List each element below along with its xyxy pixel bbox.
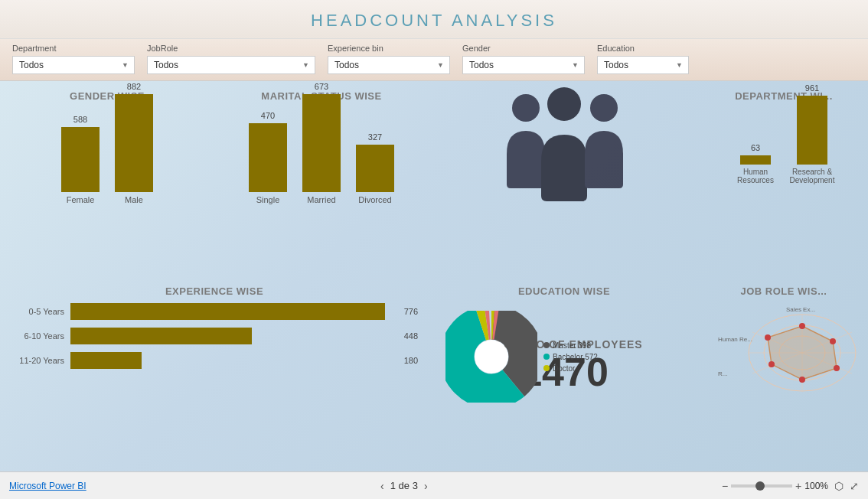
exp-0-5-value: 776 (404, 307, 418, 316)
exp-6-10-value: 448 (404, 331, 418, 341)
dept-rd-label: Research & Development (789, 168, 835, 184)
department-filter-group: Department Todos (12, 44, 135, 74)
svg-point-19 (799, 377, 805, 383)
department-select[interactable]: Todos (12, 56, 135, 74)
exp-bar-6-10: 6-10 Years 448 (11, 328, 418, 344)
exp-0-5-label: 0-5 Years (11, 307, 64, 316)
exp-6-10-track (70, 328, 395, 344)
jobrole-chart-panel: JOB ROLE WIS... (700, 276, 868, 471)
experience-select-wrapper: Todos (328, 56, 450, 74)
dept-bar-rd: 961 Research & Development (789, 83, 835, 184)
zoom-plus-button[interactable]: + (795, 480, 801, 492)
dept-hr-label: Human Resources (733, 168, 778, 184)
svg-point-7 (475, 340, 508, 373)
share-icon[interactable]: ⬡ (834, 480, 844, 492)
marital-divorced-bar (356, 145, 394, 192)
zoom-minus-button[interactable]: − (722, 480, 728, 492)
gender-female-label: Female (67, 195, 95, 204)
education-label: Education (597, 44, 689, 53)
jobrole-select[interactable]: Todos (147, 56, 315, 74)
dept-rd-bar (797, 96, 827, 165)
exp-6-10-label: 6-10 Years (11, 331, 64, 341)
legend-master-dot (543, 342, 550, 348)
app-container: HEADCOUNT ANALYSIS Department Todos JobR… (0, 0, 868, 499)
main-content: GENDER WISE 588 Female 882 Male MARITAL … (0, 81, 868, 471)
gender-select[interactable]: Todos (462, 56, 585, 74)
fullscreen-icon[interactable]: ⤢ (850, 480, 859, 492)
marital-married-label: Married (307, 195, 335, 204)
bottom-bar: Microsoft Power BI ‹ 1 de 3 › − + 100% ⬡… (0, 471, 868, 499)
gender-male-bar (115, 94, 153, 192)
exp-11-20-value: 180 (404, 356, 418, 365)
jobrole-select-wrapper: Todos (147, 56, 315, 74)
people-silhouette-icon (480, 85, 648, 207)
marital-single-label: Single (256, 195, 280, 204)
svg-point-2 (590, 94, 618, 122)
marital-divorced-value: 327 (368, 132, 382, 142)
dept-hr-bar (740, 155, 771, 165)
gender-bar-chart: 588 Female 882 Male (11, 108, 204, 207)
education-chart-title: EDUCATION WISE (439, 285, 689, 297)
education-filter-group: Education Todos (597, 44, 689, 74)
gender-female-bar (61, 127, 100, 192)
page-info: 1 de 3 (390, 480, 418, 491)
dept-bar-chart: 63 Human Resources 961 Research & Develo… (710, 108, 857, 184)
exp-6-10-bar (70, 328, 252, 344)
experience-select[interactable]: Todos (328, 56, 450, 74)
svg-point-18 (834, 365, 840, 371)
gender-label: Gender (462, 44, 585, 53)
svg-point-21 (765, 334, 771, 341)
marital-married-value: 673 (315, 82, 328, 91)
dept-chart-title: DEPARTMENT WI... (710, 90, 857, 102)
jobrole-radar-chart: Sales Ex... Human Re... R... (710, 303, 857, 395)
gender-bar-female: 588 Female (61, 115, 100, 204)
exp-bar-11-20: 11-20 Years 180 (11, 352, 418, 369)
exp-0-5-track (70, 303, 395, 320)
experience-filter-group: Experience bin Todos (328, 44, 450, 74)
education-legend: Master 398 Bachelor 572 Doctor (543, 341, 598, 373)
gender-select-wrapper: Todos (462, 56, 585, 74)
svg-point-0 (512, 94, 540, 122)
gender-male-value: 882 (127, 82, 141, 91)
education-select[interactable]: Todos (597, 56, 689, 74)
filter-row: Department Todos JobRole Todos Experienc… (0, 39, 868, 81)
dept-bar-hr: 63 Human Resources (733, 143, 778, 184)
marital-single-bar (249, 123, 287, 192)
page-title: HEADCOUNT ANALYSIS (0, 11, 868, 31)
experience-bar-chart: 0-5 Years 776 6-10 Years 448 11-20 Years (11, 303, 418, 369)
zoom-control: − + 100% (722, 480, 828, 492)
legend-doctor-label: Doctor (553, 364, 575, 373)
legend-bachelor: Bachelor 572 (543, 353, 598, 361)
legend-doctor: Doctor (543, 364, 598, 373)
gender-male-label: Male (125, 195, 143, 204)
dept-chart-panel: DEPARTMENT WI... 63 Human Resources 961 … (700, 81, 868, 276)
gender-female-value: 588 (73, 115, 87, 124)
jobrole-label: JobRole (147, 44, 315, 53)
marital-bar-chart: 470 Single 673 Married 327 Divorced (225, 108, 418, 207)
gender-filter-group: Gender Todos (462, 44, 585, 74)
next-page-button[interactable]: › (424, 480, 428, 492)
svg-marker-15 (768, 326, 837, 380)
title-bar: HEADCOUNT ANALYSIS (0, 0, 868, 39)
marital-chart-panel: MARITAL STATUS WISE 470 Single 673 Marri… (214, 81, 429, 276)
marital-bar-single: 470 Single (249, 111, 287, 204)
svg-point-17 (830, 338, 836, 344)
legend-doctor-dot (543, 365, 550, 371)
zoom-slider[interactable] (731, 484, 792, 488)
dept-rd-value: 961 (805, 83, 819, 93)
education-chart-panel: EDUCATION WISE Master 398 (429, 276, 700, 471)
svg-point-16 (799, 323, 805, 329)
svg-text:Human Re...: Human Re... (718, 336, 752, 343)
dept-hr-value: 63 (751, 143, 760, 152)
exp-11-20-bar (70, 352, 142, 369)
department-label: Department (12, 44, 135, 53)
powerbi-link[interactable]: Microsoft Power BI (9, 481, 86, 491)
prev-page-button[interactable]: ‹ (380, 480, 384, 492)
marital-bar-married: 673 Married (302, 82, 341, 204)
experience-chart-title: EXPERIENCE WISE (11, 285, 418, 297)
legend-bachelor-label: Bachelor 572 (553, 353, 598, 361)
page-nav: ‹ 1 de 3 › (380, 480, 428, 492)
jobrole-filter-group: JobRole Todos (147, 44, 315, 74)
marital-single-value: 470 (261, 111, 275, 120)
gender-chart-title: GENDER WISE (11, 90, 204, 102)
